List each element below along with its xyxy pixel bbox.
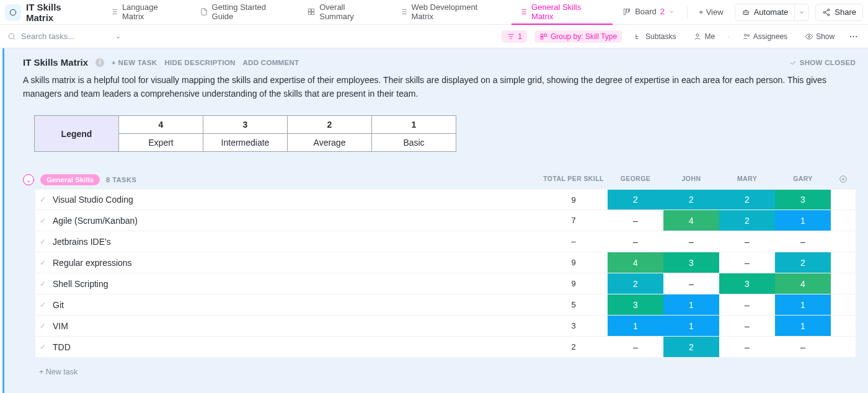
legend-label: Average [288,134,372,152]
divider [687,6,688,19]
filter-chip[interactable]: 1 [502,30,527,43]
skill-cell[interactable]: – [663,273,719,294]
skill-cell[interactable]: 2 [719,190,775,210]
show-chip[interactable]: Show [800,30,839,43]
share-icon [822,8,831,17]
group-name-pill[interactable]: General Skills [40,174,100,185]
collapse-group-button[interactable]: ⌄ [23,174,34,185]
tab-language-matrix[interactable]: Language Matrix [102,0,190,25]
skill-cell[interactable]: – [775,231,831,252]
skill-cell[interactable]: 1 [608,316,663,336]
task-row[interactable]: ✓ Visual Studio Coding 9 2223 [35,189,856,210]
tab-board[interactable]: Board 2 [615,0,682,25]
subtasks-chip[interactable]: Subtasks [629,30,681,43]
skill-cell[interactable]: – [608,210,663,231]
check-icon [789,58,797,67]
skill-cell[interactable]: 2 [608,273,663,294]
col-header-gary[interactable]: GARY [775,175,831,185]
col-header-george[interactable]: GEORGE [608,175,663,185]
svg-rect-36 [544,33,547,36]
skill-cell[interactable]: 2 [775,252,831,273]
automate-dropdown[interactable] [795,4,809,21]
tab-label: Board [635,7,657,16]
check-icon: ✓ [35,294,50,315]
skill-cell[interactable]: – [719,294,775,315]
hide-description-button[interactable]: HIDE DESCRIPTION [164,59,235,66]
subtasks-icon [634,32,643,41]
skill-cell[interactable]: – [608,231,663,252]
skill-cell[interactable]: 4 [663,210,719,231]
svg-line-30 [14,38,16,40]
new-task-row[interactable]: + New task [11,363,868,385]
skill-cell[interactable]: 1 [663,294,719,315]
skill-cell[interactable]: 3 [775,190,831,210]
info-icon[interactable]: i [95,58,104,67]
skill-cell[interactable]: 2 [663,337,719,357]
task-total[interactable]: 7 [539,210,608,231]
task-row[interactable]: ✓ Git 5 31–1 [35,294,856,316]
task-row[interactable]: ✓ VIM 3 11–1 [35,316,856,337]
assignees-chip[interactable]: Assignees [737,30,792,43]
skill-cell[interactable]: 1 [775,294,831,315]
skill-cell[interactable]: 4 [775,273,831,294]
svg-point-39 [747,34,749,36]
skill-cell[interactable]: 3 [719,273,775,294]
board-count: 2 [660,7,665,16]
tab-overall-summary[interactable]: Overall Summary [299,0,389,25]
task-total[interactable]: 2 [539,337,608,357]
task-total[interactable]: 3 [539,316,608,336]
skill-cell[interactable]: – [608,337,663,357]
tab-general-skills-matrix[interactable]: General Skills Matrix [512,0,613,25]
skill-cell[interactable]: 2 [663,190,719,210]
task-total[interactable]: 9 [539,190,608,210]
grid-icon [307,7,316,16]
automate-button[interactable]: Automate [735,4,795,21]
col-header-total[interactable]: TOTAL PER SKILL [539,175,608,185]
show-closed-toggle[interactable]: SHOW CLOSED [789,58,856,67]
share-button[interactable]: Share [815,4,863,21]
skill-cell[interactable]: – [719,337,775,357]
tab-getting-started[interactable]: Getting Started Guide [192,0,298,25]
skill-cell[interactable]: 2 [608,190,663,210]
task-row[interactable]: ✓ Shell Scripting 9 2–34 [35,273,856,294]
task-row[interactable]: ✓ Jetbrains IDE's – –––– [35,231,856,252]
more-menu[interactable]: ··· [847,32,861,41]
skill-cell[interactable]: 4 [608,252,663,273]
task-rows: ✓ Visual Studio Coding 9 2223 ✓ Agile (S… [11,189,868,363]
add-view-button[interactable]: + View [693,7,730,17]
svg-point-37 [696,33,699,36]
skill-cell[interactable]: 1 [775,316,831,336]
search-wrap[interactable]: ⌄ [7,32,121,41]
task-total[interactable]: 5 [539,294,608,315]
skill-cell[interactable]: – [775,337,831,357]
skill-cell[interactable]: 2 [719,210,775,231]
chevron-down-icon[interactable]: ⌄ [115,32,121,40]
task-total[interactable]: – [539,231,608,252]
new-task-button[interactable]: + NEW TASK [112,59,157,66]
skill-cell[interactable]: – [719,231,775,252]
group-by-chip[interactable]: Group by: Skill Type [534,30,622,43]
col-header-mary[interactable]: MARY [719,175,775,185]
skill-cell[interactable]: 1 [775,210,831,231]
skill-cell[interactable]: – [719,252,775,273]
task-row[interactable]: ✓ Agile (Scrum/Kanban) 7 –421 [35,210,856,231]
skill-cell[interactable]: 3 [608,294,663,315]
svg-line-28 [825,12,828,14]
search-input[interactable] [21,32,108,41]
add-column-button[interactable] [831,175,856,185]
add-comment-button[interactable]: ADD COMMENT [243,59,299,66]
task-row[interactable]: ✓ TDD 2 –2–– [35,337,856,358]
me-chip[interactable]: Me [688,30,720,43]
skill-cell[interactable]: 3 [663,252,719,273]
skill-cell[interactable]: – [663,231,719,252]
group-by-label: Group by: Skill Type [551,32,617,41]
task-row[interactable]: ✓ Regular expressions 9 43–2 [35,252,856,273]
col-header-john[interactable]: JOHN [663,175,719,185]
skill-cell[interactable]: – [719,316,775,336]
task-total[interactable]: 9 [539,273,608,294]
skill-cell[interactable]: 1 [663,316,719,336]
tab-label: Overall Summary [319,2,381,21]
tab-web-development-matrix[interactable]: Web Development Matrix [392,0,510,25]
task-total[interactable]: 9 [539,252,608,273]
tab-label: Language Matrix [122,2,182,21]
